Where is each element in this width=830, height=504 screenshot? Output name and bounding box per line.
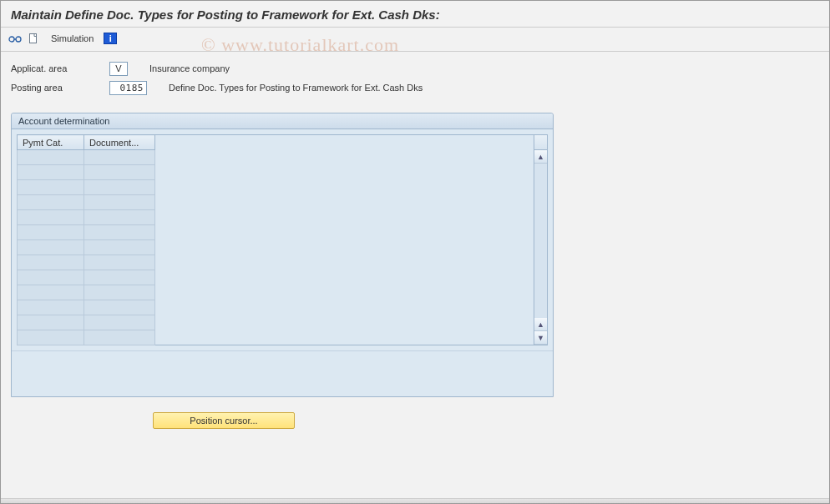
table-row[interactable] [18,165,155,180]
desc-posting-area: Define Doc. Types for Posting to Framewo… [169,83,423,93]
info-icon[interactable]: i [104,33,117,44]
table-row[interactable] [18,210,155,225]
cell-pymt-cat[interactable] [18,225,84,240]
cell-document[interactable] [84,240,155,255]
label-applicat-area: Applicat. area [11,63,103,73]
table-row[interactable] [18,180,155,195]
table-row[interactable] [18,225,155,240]
cell-document[interactable] [84,270,155,285]
label-posting-area: Posting area [11,83,103,93]
scroll-corner [534,135,547,150]
cell-document[interactable] [84,195,155,210]
input-applicat-area[interactable] [109,62,128,76]
panel-header: Account determination [12,113,553,129]
scroll-track[interactable] [534,164,547,318]
table-row[interactable] [18,270,155,285]
glasses-icon[interactable] [8,31,23,46]
cell-pymt-cat[interactable] [18,330,84,345]
svg-point-1 [16,37,21,42]
account-grid[interactable]: Pymt Cat. Document... [17,134,155,345]
cell-document[interactable] [84,165,155,180]
cell-document[interactable] [84,150,155,165]
cell-pymt-cat[interactable] [18,270,84,285]
desc-applicat-area: Insurance company [149,63,230,73]
table-row[interactable] [18,195,155,210]
col-header-pymt-cat[interactable]: Pymt Cat. [18,135,84,150]
cell-document[interactable] [84,315,155,330]
cell-pymt-cat[interactable] [18,210,84,225]
new-page-icon[interactable] [26,31,41,46]
col-header-document[interactable]: Document... [84,135,155,150]
row-applicat-area: Applicat. area Insurance company [11,60,819,77]
cell-document[interactable] [84,225,155,240]
table-row[interactable] [18,330,155,345]
table-row[interactable] [18,300,155,315]
svg-rect-2 [30,34,37,43]
scroll-up-icon[interactable]: ▲ [534,150,547,164]
cell-pymt-cat[interactable] [18,150,84,165]
account-determination-panel: Account determination Pymt Cat. Document… [11,113,554,397]
cell-pymt-cat[interactable] [18,300,84,315]
table-row[interactable] [18,150,155,165]
title-bar: Maintain Define Doc. Types for Posting t… [1,1,829,28]
position-cursor-button[interactable]: Position cursor... [153,412,295,429]
cell-pymt-cat[interactable] [18,240,84,255]
app-toolbar: Simulation i [1,28,829,52]
window-footer-edge [1,498,829,503]
cell-document[interactable] [84,255,155,270]
content-area: Applicat. area Insurance company Posting… [1,52,829,429]
cell-pymt-cat[interactable] [18,285,84,300]
table-row[interactable] [18,255,155,270]
cell-pymt-cat[interactable] [18,165,84,180]
vertical-scrollbar[interactable]: ▲ ▲ ▼ [534,134,548,345]
cell-pymt-cat[interactable] [18,255,84,270]
table-row[interactable] [18,285,155,300]
grid-empty-area [155,134,534,345]
panel-bottom-pad [12,350,553,396]
row-posting-area: Posting area Define Doc. Types for Posti… [11,79,819,96]
scroll-down-icon[interactable]: ▼ [534,331,547,345]
table-row[interactable] [18,315,155,330]
cell-document[interactable] [84,285,155,300]
simulation-button[interactable]: Simulation [44,32,100,45]
svg-point-0 [9,37,14,42]
table-row[interactable] [18,240,155,255]
cell-pymt-cat[interactable] [18,315,84,330]
cell-pymt-cat[interactable] [18,180,84,195]
input-posting-area[interactable] [109,81,147,95]
page-title: Maintain Define Doc. Types for Posting t… [11,8,440,22]
scroll-down-small-icon[interactable]: ▲ [534,318,547,331]
cell-pymt-cat[interactable] [18,195,84,210]
table-wrap: Pymt Cat. Document... ▲ ▲ ▼ [12,129,553,350]
cell-document[interactable] [84,180,155,195]
cell-document[interactable] [84,210,155,225]
cell-document[interactable] [84,330,155,345]
cell-document[interactable] [84,300,155,315]
